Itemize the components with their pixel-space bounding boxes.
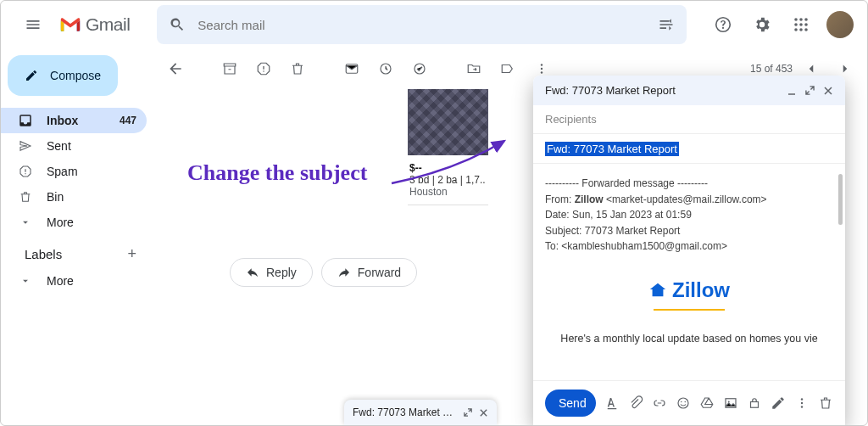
attach-icon[interactable] bbox=[628, 395, 643, 411]
gmail-logo[interactable]: Gmail bbox=[58, 14, 150, 35]
svg-point-9 bbox=[804, 28, 808, 31]
sidebar-item-spam[interactable]: Spam bbox=[1, 159, 147, 184]
archive-button[interactable] bbox=[214, 53, 245, 84]
search-bar[interactable] bbox=[157, 5, 687, 44]
labels-button[interactable] bbox=[492, 53, 523, 84]
page-counter: 15 of 453 bbox=[750, 63, 793, 75]
svg-rect-23 bbox=[751, 402, 759, 408]
fwd-to: To: <kambleshubham1500@gmail.com> bbox=[545, 238, 833, 255]
svg-point-17 bbox=[541, 71, 542, 73]
search-options-icon[interactable] bbox=[658, 16, 675, 33]
compose-button[interactable]: Compose bbox=[8, 55, 118, 96]
recipients-field[interactable]: Recipients bbox=[533, 105, 845, 134]
gmail-wordmark: Gmail bbox=[86, 14, 130, 35]
forward-button[interactable]: Forward bbox=[321, 258, 417, 287]
sidebar-item-label: Bin bbox=[47, 190, 64, 204]
apps-grid-button[interactable] bbox=[784, 8, 818, 42]
forward-icon bbox=[337, 266, 351, 279]
fullscreen-icon[interactable] bbox=[805, 86, 815, 96]
move-to-button[interactable] bbox=[459, 53, 489, 84]
minimized-title: Fwd: 77073 Market Rep... bbox=[353, 406, 457, 418]
main-menu-button[interactable] bbox=[14, 6, 52, 43]
svg-point-10 bbox=[25, 173, 25, 174]
fwd-date: Date: Sun, 15 Jan 2023 at 01:59 bbox=[545, 207, 833, 223]
svg-point-8 bbox=[799, 28, 803, 31]
emoji-icon[interactable] bbox=[676, 395, 691, 411]
svg-point-18 bbox=[678, 398, 688, 408]
inbox-icon bbox=[18, 113, 33, 128]
compose-body[interactable]: ---------- Forwarded message --------- F… bbox=[533, 164, 845, 380]
svg-point-3 bbox=[804, 18, 808, 21]
add-task-button[interactable] bbox=[404, 53, 435, 84]
sidebar-item-label: Spam bbox=[47, 165, 78, 178]
support-button[interactable] bbox=[706, 8, 740, 42]
fwd-divider: ---------- Forwarded message --------- bbox=[545, 176, 833, 192]
inbox-count: 447 bbox=[120, 115, 136, 126]
discard-icon[interactable] bbox=[818, 395, 833, 411]
search-input[interactable] bbox=[198, 18, 646, 32]
chevron-down-icon bbox=[18, 216, 33, 228]
sidebar-item-more[interactable]: More bbox=[1, 210, 147, 235]
svg-point-1 bbox=[794, 18, 798, 21]
listing-card[interactable]: $-- 3 bd | 2 ba | 1,7.. Houston bbox=[408, 89, 488, 205]
reply-icon bbox=[246, 266, 259, 279]
minimize-icon[interactable] bbox=[787, 86, 797, 96]
mark-unread-button[interactable] bbox=[337, 53, 367, 84]
fwd-subject: Subject: 77073 Market Report bbox=[545, 223, 833, 239]
listing-detail: 3 bd | 2 ba | 1,7.. bbox=[409, 174, 487, 186]
back-button[interactable] bbox=[160, 53, 191, 84]
svg-point-26 bbox=[801, 406, 803, 407]
sidebar-item-inbox[interactable]: Inbox 447 bbox=[1, 108, 147, 133]
listing-city: Houston bbox=[409, 186, 487, 198]
add-label-button[interactable]: + bbox=[127, 245, 136, 263]
svg-point-25 bbox=[801, 402, 803, 404]
compose-header[interactable]: Fwd: 77073 Market Report bbox=[533, 76, 845, 105]
zillow-underline bbox=[654, 309, 725, 311]
sidebar-item-label: Sent bbox=[47, 139, 71, 153]
svg-point-11 bbox=[263, 70, 264, 72]
snooze-button[interactable] bbox=[370, 53, 401, 84]
subject-field[interactable]: Fwd: 77073 Market Report bbox=[533, 134, 845, 164]
compose-window: Fwd: 77073 Market Report Recipients Fwd:… bbox=[533, 76, 845, 425]
listing-image bbox=[408, 89, 488, 155]
reply-button[interactable]: Reply bbox=[230, 258, 313, 287]
annotation-text: Change the subject bbox=[187, 160, 367, 186]
more-options-icon[interactable] bbox=[794, 395, 810, 411]
pencil-icon bbox=[25, 67, 38, 84]
close-icon[interactable] bbox=[823, 86, 833, 96]
svg-point-15 bbox=[541, 64, 542, 65]
compose-toolbar: Send bbox=[533, 380, 845, 425]
svg-point-4 bbox=[794, 23, 798, 26]
svg-point-5 bbox=[799, 23, 803, 26]
sidebar-item-sent[interactable]: Sent bbox=[1, 133, 147, 159]
settings-button[interactable] bbox=[745, 8, 779, 42]
compose-label: Compose bbox=[50, 69, 101, 82]
svg-point-24 bbox=[801, 398, 803, 400]
trash-icon bbox=[18, 190, 33, 204]
report-spam-button[interactable] bbox=[248, 53, 279, 84]
spam-icon bbox=[18, 165, 33, 178]
listing-price: $-- bbox=[409, 162, 487, 174]
svg-point-2 bbox=[799, 18, 803, 21]
drive-icon[interactable] bbox=[699, 395, 715, 411]
scrollbar-thumb[interactable] bbox=[838, 174, 843, 225]
labels-more[interactable]: More bbox=[1, 268, 147, 294]
fullscreen-icon[interactable] bbox=[464, 408, 472, 417]
search-icon bbox=[169, 16, 186, 33]
chevron-down-icon bbox=[18, 275, 33, 287]
close-icon[interactable] bbox=[479, 408, 488, 418]
minimized-compose[interactable]: Fwd: 77073 Market Rep... bbox=[344, 400, 497, 425]
account-avatar[interactable] bbox=[826, 11, 854, 38]
confidential-icon[interactable] bbox=[747, 395, 762, 411]
delete-button[interactable] bbox=[282, 53, 313, 84]
labels-title: Labels bbox=[25, 247, 62, 261]
link-icon[interactable] bbox=[652, 395, 667, 411]
signature-icon[interactable] bbox=[771, 395, 786, 411]
format-icon[interactable] bbox=[604, 395, 620, 411]
sidebar-item-bin[interactable]: Bin bbox=[1, 184, 147, 210]
send-button[interactable]: Send bbox=[545, 390, 596, 417]
house-icon bbox=[648, 281, 667, 300]
subject-text-selected[interactable]: Fwd: 77073 Market Report bbox=[545, 142, 679, 156]
image-icon[interactable] bbox=[723, 395, 738, 411]
compose-title: Fwd: 77073 Market Report bbox=[545, 84, 676, 97]
